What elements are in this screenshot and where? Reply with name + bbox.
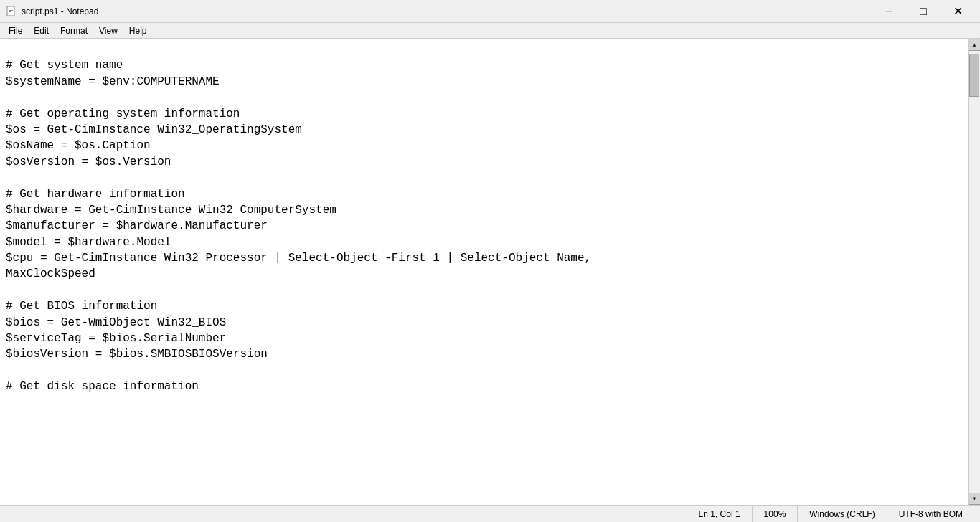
window-controls[interactable]: − □ ✕: [872, 0, 974, 23]
svg-rect-0: [7, 6, 14, 16]
editor-text-area[interactable]: # Get system name $systemName = $env:COM…: [0, 39, 968, 505]
close-button[interactable]: ✕: [941, 0, 974, 23]
svg-rect-1: [9, 9, 13, 9]
menu-view[interactable]: View: [93, 24, 123, 37]
scrollbar-thumb[interactable]: [969, 54, 979, 97]
maximize-button[interactable]: □: [907, 0, 940, 23]
encoding: UTF-8 with BOM: [887, 506, 974, 522]
line-ending: Windows (CRLF): [797, 506, 886, 522]
status-bar: Ln 1, Col 1 100% Windows (CRLF) UTF-8 wi…: [0, 505, 980, 522]
title-bar: script.ps1 - Notepad − □ ✕: [0, 0, 980, 23]
svg-rect-3: [9, 11, 11, 12]
scrollbar-track-area[interactable]: [969, 51, 980, 493]
menu-bar: File Edit Format View Help: [0, 23, 980, 39]
app-icon: [6, 6, 17, 17]
minimize-button[interactable]: −: [872, 0, 905, 23]
cursor-position: Ln 1, Col 1: [687, 506, 752, 522]
title-bar-left: script.ps1 - Notepad: [6, 6, 98, 17]
scroll-up-button[interactable]: ▲: [969, 39, 981, 51]
window-title: script.ps1 - Notepad: [22, 6, 98, 16]
scroll-down-button[interactable]: ▼: [969, 493, 981, 505]
vertical-scrollbar[interactable]: ▲ ▼: [968, 39, 980, 505]
menu-edit[interactable]: Edit: [28, 24, 55, 37]
svg-rect-2: [9, 10, 13, 11]
zoom-level: 100%: [752, 506, 798, 522]
menu-file[interactable]: File: [3, 24, 28, 37]
menu-help[interactable]: Help: [123, 24, 153, 37]
menu-format[interactable]: Format: [55, 24, 93, 37]
editor-container: # Get system name $systemName = $env:COM…: [0, 39, 980, 505]
